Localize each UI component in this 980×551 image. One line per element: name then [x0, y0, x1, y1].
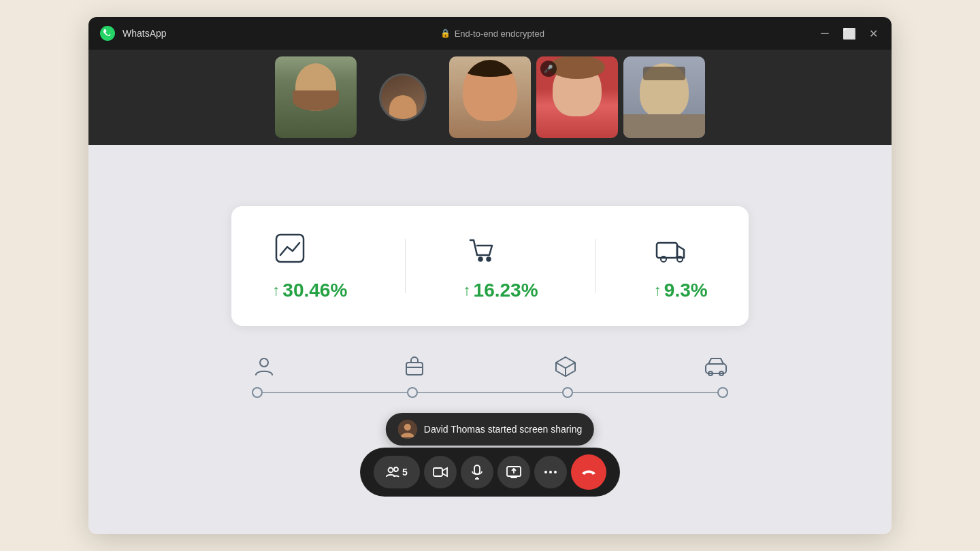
timeline-icon-bag	[402, 354, 427, 379]
timeline-line-2	[418, 392, 562, 393]
encryption-label: End-to-end endcrypted	[455, 29, 544, 39]
svg-rect-4	[657, 243, 677, 258]
delivery-icon	[654, 231, 689, 269]
toast-avatar	[398, 420, 417, 439]
timeline-icon-car	[704, 354, 728, 379]
revenue-number: 30.46%	[282, 280, 347, 301]
more-button[interactable]	[534, 456, 567, 488]
timeline-section	[231, 354, 749, 398]
timeline-icon-box	[553, 354, 578, 379]
svg-point-0	[100, 26, 115, 41]
participants-count: 5	[402, 467, 408, 478]
svg-point-14	[404, 424, 411, 431]
maximize-button[interactable]: ⬜	[843, 27, 856, 40]
participant-thumb-4[interactable]: 🎤	[536, 56, 618, 138]
participant-thumb-1[interactable]	[275, 56, 357, 138]
encryption-indicator: 🔒 End-to-end endcrypted	[440, 29, 544, 39]
video-button[interactable]	[424, 456, 457, 488]
controls-bar: 5	[360, 448, 620, 497]
revenue-value: ↑ 30.46%	[272, 280, 347, 301]
screen-share-area: ↑ 30.46% ↑ 16.23%	[88, 145, 892, 534]
app-title: WhatsApp	[122, 28, 167, 39]
participants-button[interactable]: 5	[374, 456, 420, 488]
svg-point-3	[487, 258, 490, 261]
svg-point-23	[544, 471, 547, 473]
titlebar-left: WhatsApp	[99, 25, 167, 41]
timeline-icon-person	[252, 354, 276, 379]
delivery-value: ↑ 9.3%	[654, 280, 708, 301]
timeline-track	[252, 387, 728, 398]
minimize-button[interactable]: ─	[818, 27, 832, 40]
timeline-dot-2	[407, 387, 418, 398]
orders-icon	[463, 231, 499, 269]
timeline-dot-3	[562, 387, 573, 398]
notification-toast: David Thomas started screen sharing	[386, 413, 594, 446]
svg-rect-18	[474, 465, 480, 474]
delivery-arrow: ↑	[654, 282, 662, 299]
svg-point-15	[389, 468, 393, 473]
mic-button[interactable]	[461, 456, 493, 488]
lock-icon: 🔒	[440, 29, 451, 38]
stat-divider-1	[405, 239, 406, 293]
timeline-dot-1	[252, 387, 263, 398]
participants-strip: 🎤	[88, 50, 892, 145]
participant-thumb-3[interactable]	[449, 56, 531, 138]
share-screen-button[interactable]	[497, 456, 530, 488]
orders-value: ↑ 16.23%	[463, 280, 538, 301]
svg-rect-17	[434, 468, 442, 476]
svg-point-7	[260, 358, 268, 367]
stat-divider-2	[595, 239, 596, 293]
stat-delivery: ↑ 9.3%	[654, 231, 708, 301]
window-controls: ─ ⬜ ✕	[818, 27, 881, 40]
participant-thumb-2[interactable]	[362, 56, 444, 138]
timeline-icons	[252, 354, 728, 379]
delivery-number: 9.3%	[664, 280, 708, 301]
orders-arrow: ↑	[463, 282, 471, 299]
stats-card: ↑ 30.46% ↑ 16.23%	[231, 206, 749, 326]
revenue-icon	[272, 231, 308, 269]
titlebar: WhatsApp 🔒 End-to-end endcrypted ─ ⬜ ✕	[88, 17, 892, 50]
timeline-line-1	[263, 392, 407, 393]
svg-point-2	[478, 258, 482, 261]
end-call-button[interactable]	[571, 454, 606, 490]
app-window: WhatsApp 🔒 End-to-end endcrypted ─ ⬜ ✕	[88, 17, 892, 534]
stat-revenue: ↑ 30.46%	[272, 231, 347, 301]
svg-point-25	[554, 471, 557, 473]
revenue-arrow: ↑	[272, 282, 280, 299]
close-button[interactable]: ✕	[867, 27, 881, 40]
mute-badge-4: 🎤	[540, 61, 557, 77]
toast-message: David Thomas started screen sharing	[424, 424, 582, 435]
participant-thumb-5[interactable]	[623, 56, 705, 138]
timeline-dot-4	[717, 387, 728, 398]
svg-point-16	[394, 467, 398, 471]
orders-number: 16.23%	[474, 280, 538, 301]
whatsapp-logo-icon	[99, 25, 116, 41]
svg-rect-8	[406, 363, 423, 375]
svg-point-24	[549, 471, 552, 473]
stat-orders: ↑ 16.23%	[463, 231, 538, 301]
timeline-line-3	[573, 392, 717, 393]
